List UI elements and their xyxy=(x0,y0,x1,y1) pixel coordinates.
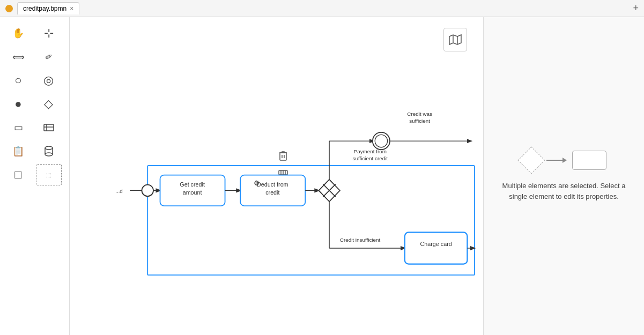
data-store-tool[interactable] xyxy=(36,117,62,138)
rect-plain-tool[interactable]: □ xyxy=(5,164,31,185)
svg-text:Get credit: Get credit xyxy=(180,181,205,188)
svg-text:...d: ...d xyxy=(115,188,123,194)
select-box-tool[interactable]: ⬚ xyxy=(36,164,62,185)
svg-text:sufficient: sufficient xyxy=(409,118,430,124)
cylinder-tool[interactable] xyxy=(36,140,62,162)
properties-preview xyxy=(522,151,606,170)
main-layout: ✋ ⊹ ⟺ ✏ ○ ◎ ● ◇ ▭ 📋 □ ⬚ xyxy=(0,17,644,335)
prop-arrow-container xyxy=(546,158,567,163)
close-tab-button[interactable]: × xyxy=(70,5,73,12)
file-icon xyxy=(5,5,13,12)
prop-rect-icon xyxy=(572,151,606,170)
titlebar: creditpay.bpmn × + xyxy=(0,0,644,17)
properties-panel: Multiple elements are selected. Select a… xyxy=(483,17,644,335)
svg-text:credit: credit xyxy=(265,189,279,196)
svg-text:Credit insufficient: Credit insufficient xyxy=(340,237,381,243)
svg-point-19 xyxy=(142,185,153,197)
circle-empty-tool[interactable]: ○ xyxy=(5,70,31,91)
hand-tool[interactable]: ✋ xyxy=(5,23,31,44)
select-tool[interactable]: ⊹ xyxy=(36,23,62,44)
svg-text:sufficient credit: sufficient credit xyxy=(353,155,388,161)
circle-bold-tool[interactable]: ● xyxy=(5,93,31,115)
svg-rect-0 xyxy=(44,124,54,131)
circle-thick-tool[interactable]: ◎ xyxy=(36,70,62,91)
svg-text:Payment from: Payment from xyxy=(354,148,387,154)
prop-arrow-line xyxy=(546,160,562,161)
split-tool[interactable]: ⟺ xyxy=(5,46,31,68)
new-tab-button[interactable]: + xyxy=(633,3,639,14)
connect-tool[interactable]: ✏ xyxy=(32,41,65,73)
prop-arrowhead xyxy=(562,158,567,163)
svg-text:amount: amount xyxy=(183,189,202,196)
canvas[interactable]: ...d Get credit amount xyxy=(70,17,483,335)
prop-diamond-icon xyxy=(517,147,545,174)
diamond-tool[interactable]: ◇ xyxy=(36,93,62,115)
rect-rounded-tool[interactable]: ▭ xyxy=(5,117,31,138)
svg-point-37 xyxy=(375,135,387,147)
svg-text:Credit was: Credit was xyxy=(407,111,432,117)
svg-point-3 xyxy=(45,146,53,150)
svg-rect-46 xyxy=(405,232,468,264)
properties-message: Multiple elements are selected. Select a… xyxy=(494,181,633,202)
bpmn-diagram: ...d Get credit amount xyxy=(70,17,483,335)
doc-tool[interactable]: 📋 xyxy=(5,140,31,162)
tab-label: creditpay.bpmn xyxy=(23,5,66,12)
toolbar: ✋ ⊹ ⟺ ✏ ○ ◎ ● ◇ ▭ 📋 □ ⬚ xyxy=(0,17,70,335)
tab[interactable]: creditpay.bpmn × xyxy=(17,2,79,14)
svg-text:Deduct from: Deduct from xyxy=(257,181,288,188)
svg-point-6 xyxy=(45,153,53,156)
svg-text:Charge card: Charge card xyxy=(420,241,452,247)
